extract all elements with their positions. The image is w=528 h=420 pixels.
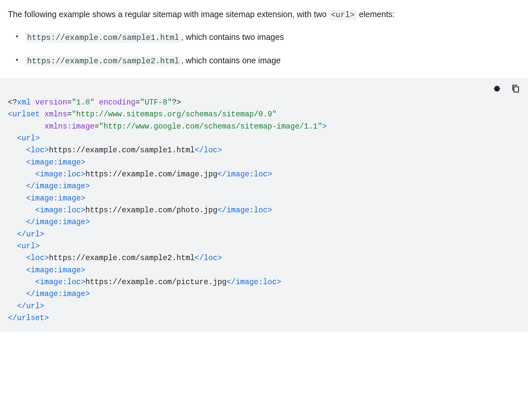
code-token — [8, 278, 35, 286]
code-token — [8, 158, 26, 167]
code-token: "http://www.google.com/schemas/sitemap-i… — [99, 122, 322, 131]
code-toolbar — [491, 83, 521, 96]
code-token: = — [67, 110, 72, 119]
code-token: > — [322, 122, 327, 131]
code-token: </url> — [17, 302, 45, 311]
code-token — [8, 290, 26, 298]
code-token: </url> — [17, 230, 45, 239]
code-token: = — [94, 122, 99, 131]
code-token: </image:image> — [26, 218, 90, 226]
code-token: <image:image> — [26, 194, 85, 203]
code-token: ?> — [172, 98, 181, 107]
svg-rect-0 — [514, 87, 518, 92]
code-token — [8, 230, 17, 239]
code-token — [8, 146, 26, 155]
code-token: = — [136, 98, 140, 107]
code-token: </image:loc> — [217, 170, 272, 179]
code-token: </image:image> — [26, 182, 90, 191]
code-token: </image:image> — [26, 290, 90, 298]
code-token — [8, 206, 35, 215]
code-token — [8, 182, 26, 191]
list-item-text: , which contains one image — [181, 56, 281, 65]
example-url-list: https://example.com/sample1.html, which … — [25, 30, 520, 68]
code-token: <urlset — [8, 110, 40, 119]
code-token: </urlset> — [8, 314, 49, 322]
code-token — [8, 218, 26, 226]
code-token: xmlns — [44, 110, 67, 119]
code-token — [8, 134, 17, 143]
code-token: "UTF-8" — [140, 98, 172, 107]
code-token: https://example.com/sample2.html — [49, 254, 195, 262]
code-token: <image:image> — [26, 266, 85, 275]
intro-paragraph: The following example shows a regular si… — [8, 8, 520, 21]
code-token: <url> — [17, 242, 40, 251]
code-token: https://example.com/sample1.html — [49, 146, 195, 155]
code-token: </image:loc> — [227, 278, 281, 286]
code-token: https://example.com/picture.jpg — [85, 278, 227, 286]
code-token: "http://www.sitemaps.org/schemas/sitemap… — [72, 110, 277, 119]
list-item-text: , which contains two images — [181, 32, 284, 42]
code-token — [8, 254, 26, 262]
code-token: encoding — [99, 98, 135, 107]
intro-text-after: elements: — [357, 10, 395, 19]
code-token — [31, 98, 35, 107]
code-token: <image:image> — [26, 158, 85, 167]
intro-text-before: The following example shows a regular si… — [8, 10, 329, 19]
code-token: = — [67, 98, 72, 107]
code-token: <url> — [17, 134, 40, 143]
code-token: </loc> — [195, 254, 222, 262]
copy-icon — [511, 84, 520, 94]
code-token — [8, 242, 17, 251]
code-token: https://example.com/image.jpg — [85, 170, 217, 179]
code-token: <image:loc> — [35, 206, 85, 215]
code-token: <loc> — [26, 146, 49, 155]
code-token: </loc> — [195, 146, 222, 155]
code-token: <image:loc> — [35, 278, 85, 286]
list-item-code: https://example.com/sample1.html — [25, 33, 181, 43]
code-token — [94, 98, 99, 107]
code-token: version — [35, 98, 67, 107]
code-token — [8, 170, 35, 179]
code-token — [8, 122, 44, 131]
list-item: https://example.com/sample2.html, which … — [25, 54, 520, 68]
code-token: <? — [8, 98, 17, 107]
code-token — [8, 302, 17, 311]
code-token — [8, 194, 26, 203]
toggle-theme-button[interactable] — [491, 83, 503, 96]
code-token — [40, 110, 45, 119]
code-block-container: <?xml version="1.0" encoding="UTF-8"?> <… — [0, 78, 528, 332]
code-token — [8, 266, 26, 275]
code-token: xmlns:image — [44, 122, 94, 131]
code-token: <loc> — [26, 254, 49, 262]
code-token: xml — [17, 98, 31, 107]
code-token: "1.0" — [72, 98, 94, 107]
xml-code-block: <?xml version="1.0" encoding="UTF-8"?> <… — [0, 78, 528, 332]
intro-inline-code: <url> — [329, 10, 357, 20]
code-token: https://example.com/photo.jpg — [85, 206, 217, 215]
code-token: </image:loc> — [217, 206, 272, 215]
list-item: https://example.com/sample1.html, which … — [25, 30, 520, 44]
brightness-icon — [492, 84, 502, 94]
code-token: <image:loc> — [35, 170, 85, 179]
list-item-code: https://example.com/sample2.html — [25, 56, 181, 66]
copy-code-button[interactable] — [510, 83, 521, 96]
